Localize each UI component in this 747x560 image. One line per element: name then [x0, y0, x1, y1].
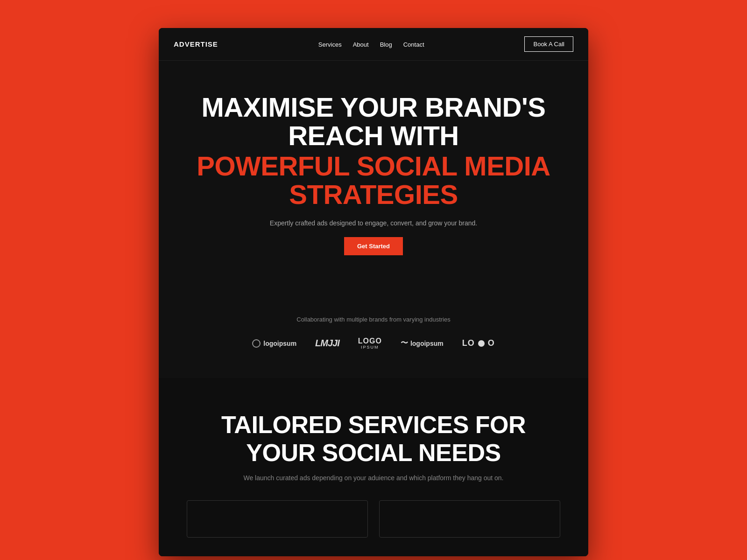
brand-logo-3-bottom: IPSUM	[361, 345, 379, 350]
navbar: ADVERTISE Services About Blog Contact Bo…	[159, 28, 588, 61]
nav-links: Services About Blog Contact	[318, 40, 424, 49]
get-started-button[interactable]: Get Started	[344, 237, 403, 255]
logo-circle-icon	[252, 339, 261, 348]
nav-item-blog[interactable]: Blog	[380, 40, 392, 49]
nav-item-services[interactable]: Services	[318, 40, 342, 49]
brand-logo-5-text2: O	[488, 338, 495, 348]
hero-title-white: MAXIMISE YOUR BRAND'S REACH WITH	[187, 93, 560, 150]
nav-item-about[interactable]: About	[353, 40, 369, 49]
brands-tagline: Collaborating with multiple brands from …	[177, 316, 570, 323]
brand-logo-4-text: logoipsum	[410, 340, 444, 347]
service-card-1	[187, 500, 368, 538]
services-title: TAILORED SERVICES FOR YOUR SOCIAL NEEDS	[187, 411, 560, 467]
nav-link-blog[interactable]: Blog	[380, 41, 392, 48]
nav-link-services[interactable]: Services	[318, 41, 342, 48]
nav-link-about[interactable]: About	[353, 41, 369, 48]
brand-logo-2-text: LMJJI	[315, 338, 339, 349]
nav-item-contact[interactable]: Contact	[403, 40, 424, 49]
brand-logo-5: LO O	[462, 338, 495, 348]
brands-section: Collaborating with multiple brands from …	[159, 293, 588, 378]
brand-logo-2: LMJJI	[315, 338, 339, 349]
service-card-2	[379, 500, 560, 538]
browser-window: ADVERTISE Services About Blog Contact Bo…	[159, 28, 588, 556]
hero-title-orange: POWERFUL SOCIAL MEDIA STRATEGIES	[187, 152, 560, 209]
brand-logo-1: logoipsum	[252, 339, 296, 348]
nav-link-contact[interactable]: Contact	[403, 41, 424, 48]
brands-logos: logoipsum LMJJI LOGO IPSUM 〜 logoipsum L…	[177, 337, 570, 350]
services-cards	[187, 500, 560, 538]
hero-section: MAXIMISE YOUR BRAND'S REACH WITH POWERFU…	[159, 61, 588, 293]
brand-logo-1-text: logoipsum	[263, 340, 296, 347]
wave-icon: 〜	[401, 338, 408, 348]
services-subtitle: We launch curated ads depending on your …	[187, 474, 560, 482]
brand-logo-5-text: LO	[462, 338, 475, 348]
nav-logo[interactable]: ADVERTISE	[174, 40, 218, 48]
hero-subtitle: Expertly crafted ads designed to engage,…	[187, 219, 560, 227]
services-section: TAILORED SERVICES FOR YOUR SOCIAL NEEDS …	[159, 378, 588, 556]
brand-logo-5-dot	[478, 340, 485, 347]
brand-logo-3-top: LOGO	[358, 337, 382, 345]
book-call-button[interactable]: Book A Call	[524, 36, 573, 52]
brand-logo-3: LOGO IPSUM	[358, 337, 382, 350]
brand-logo-4: 〜 logoipsum	[401, 338, 444, 348]
